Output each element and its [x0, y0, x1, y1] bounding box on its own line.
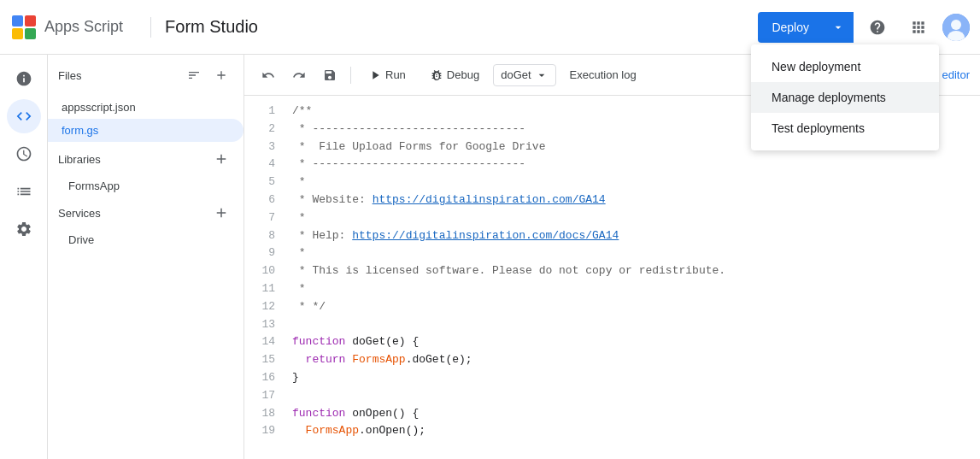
avatar-image: [942, 14, 970, 41]
save-icon: [323, 68, 337, 82]
info-icon: [15, 70, 32, 87]
undo-button[interactable]: [255, 65, 282, 85]
svg-rect-1: [25, 15, 36, 26]
code-line-13: [292, 316, 980, 334]
svg-point-5: [951, 20, 961, 30]
files-title: Files: [58, 69, 175, 82]
logo-area: Apps Script: [10, 14, 123, 41]
add-library-button[interactable]: [209, 147, 233, 171]
add-service-button[interactable]: [209, 201, 233, 225]
save-button[interactable]: [316, 65, 343, 85]
help-icon: [869, 19, 886, 36]
code-line-11: *: [292, 280, 980, 298]
code-line-12: * */: [292, 298, 980, 316]
sidebar-clock-button[interactable]: [7, 137, 41, 171]
header-actions: Deploy: [758, 10, 970, 44]
chevron-down-icon: [831, 21, 845, 34]
website-link[interactable]: https://digitalinspiration.com/GA14: [373, 193, 606, 206]
code-line-18: function onOpen() {: [292, 405, 980, 423]
sidebar-icons: [0, 55, 48, 459]
deploy-dropdown-button[interactable]: [823, 12, 854, 43]
function-selector[interactable]: doGet: [493, 64, 555, 86]
code-line-14: function doGet(e) {: [292, 333, 980, 351]
code-lines: /** * -------------------------------- *…: [285, 103, 980, 452]
library-formsapp[interactable]: FormsApp: [48, 176, 244, 196]
header: Apps Script Form Studio Deploy New deplo…: [0, 0, 980, 55]
add-service-icon: [214, 205, 229, 221]
files-header: Files: [48, 55, 244, 96]
redo-icon: [292, 68, 306, 82]
add-file-button[interactable]: [209, 63, 233, 87]
add-file-icon: [214, 68, 228, 82]
deploy-button-group: Deploy: [758, 12, 854, 43]
sort-icon: [187, 68, 201, 82]
libraries-section-header[interactable]: Libraries: [48, 142, 244, 176]
function-dropdown-icon: [535, 68, 549, 82]
sidebar-code-button[interactable]: [7, 99, 41, 133]
code-line-5: *: [292, 174, 980, 191]
libraries-title: Libraries: [58, 153, 209, 166]
code-line-10: * This is licensed software. Please do n…: [292, 262, 980, 280]
test-deployments-item[interactable]: Test deployments: [751, 113, 939, 144]
sidebar-info-button[interactable]: [7, 62, 41, 96]
svg-rect-2: [12, 28, 23, 39]
clock-icon: [15, 145, 32, 162]
settings-icon: [15, 221, 32, 238]
apps-script-label: Apps Script: [44, 18, 123, 36]
redo-button[interactable]: [285, 65, 313, 85]
code-icon: [15, 108, 32, 125]
services-title: Services: [58, 207, 209, 220]
debug-button[interactable]: Debug: [420, 65, 490, 85]
svg-rect-3: [25, 28, 36, 39]
code-line-17: [292, 387, 980, 405]
run-button[interactable]: Run: [358, 65, 416, 85]
code-line-9: *: [292, 244, 980, 262]
user-avatar[interactable]: [942, 14, 970, 41]
help-link[interactable]: https://digitalinspiration.com/docs/GA14: [352, 229, 619, 242]
list-icon: [15, 183, 32, 200]
help-button[interactable]: [860, 10, 895, 44]
project-title: Form Studio: [165, 17, 258, 37]
run-icon: [368, 68, 382, 82]
execution-log-button[interactable]: Execution log: [560, 65, 647, 85]
file-panel: Files appsscript.json form.gs Libraries …: [48, 55, 244, 459]
toolbar-separator-1: [350, 67, 351, 84]
sidebar-settings-button[interactable]: [7, 212, 41, 246]
manage-deployments-item[interactable]: Manage deployments: [751, 82, 939, 113]
header-divider: [150, 17, 151, 38]
apps-script-logo-icon: [10, 14, 38, 41]
file-item-formgs[interactable]: form.gs: [48, 119, 244, 142]
file-item-appsscript[interactable]: appsscript.json: [48, 96, 244, 119]
apps-grid-icon: [910, 19, 927, 36]
services-section-header[interactable]: Services: [48, 196, 244, 230]
add-library-icon: [214, 151, 229, 167]
deploy-dropdown-menu: New deployment Manage deployments Test d…: [751, 44, 939, 150]
drive-service-item[interactable]: Drive: [48, 230, 244, 250]
sidebar-list-button[interactable]: [7, 174, 41, 209]
undo-icon: [261, 68, 275, 82]
code-line-4: * --------------------------------: [292, 156, 980, 174]
debug-icon: [430, 68, 443, 82]
new-deployment-item[interactable]: New deployment: [751, 51, 939, 82]
files-actions: [182, 63, 233, 87]
grid-apps-button[interactable]: [901, 10, 936, 44]
code-line-8: * Help: https://digitalinspiration.com/d…: [292, 227, 980, 245]
deploy-main-button[interactable]: Deploy: [758, 12, 823, 43]
svg-rect-0: [12, 15, 23, 26]
sort-files-button[interactable]: [182, 63, 206, 87]
code-line-6: * Website: https://digitalinspiration.co…: [292, 191, 980, 209]
line-numbers: 12345 678910 1112131415 16171819: [244, 103, 285, 452]
code-line-15: return FormsApp.doGet(e);: [292, 351, 980, 369]
code-line-19: FormsApp.onOpen();: [292, 422, 980, 440]
code-line-16: }: [292, 369, 980, 387]
code-line-7: *: [292, 209, 980, 227]
